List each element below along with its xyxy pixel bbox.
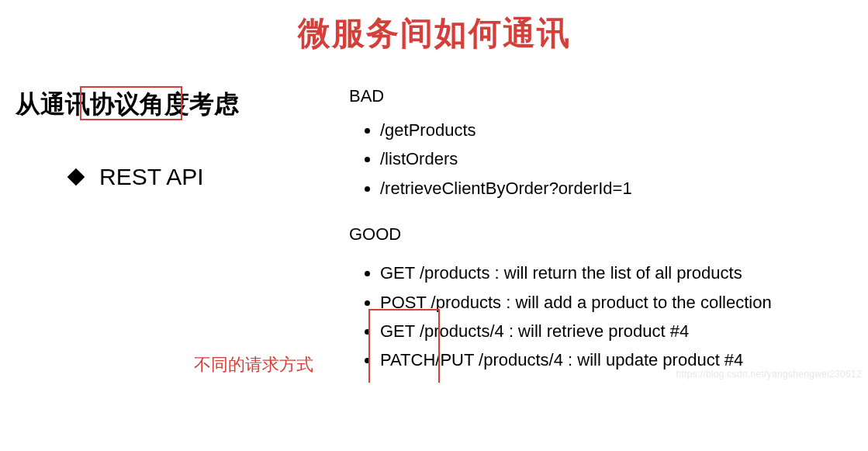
list-item: /getProducts: [380, 116, 852, 144]
list-item: GET /products : will return the list of …: [380, 258, 852, 287]
diamond-bullet-icon: [67, 168, 85, 186]
good-list: GET /products : will return the list of …: [380, 258, 852, 375]
good-label: GOOD: [349, 224, 852, 245]
bad-list: /getProducts /listOrders /retrieveClient…: [380, 116, 852, 203]
page-title: 微服务间如何通讯: [16, 12, 852, 55]
list-item: /listOrders: [380, 144, 852, 173]
highlight-box-protocol: [80, 86, 182, 120]
list-item: GET /products/4 : will retrieve product …: [380, 317, 852, 345]
highlight-box-http-verbs: [368, 309, 440, 383]
bad-label: BAD: [349, 86, 852, 106]
watermark-text: https://blog.csdn.net/yangshengwei230612: [676, 369, 862, 380]
list-item: /retrieveClientByOrder?orderId=1: [380, 174, 852, 203]
left-column: 从通讯协议角度考虑 REST API: [16, 86, 341, 190]
annotation-text: 不同的请求方式: [194, 353, 313, 376]
list-item: POST /products : will add a product to t…: [380, 288, 852, 317]
rest-api-item: REST API: [70, 164, 341, 190]
rest-api-label: REST API: [99, 164, 204, 190]
